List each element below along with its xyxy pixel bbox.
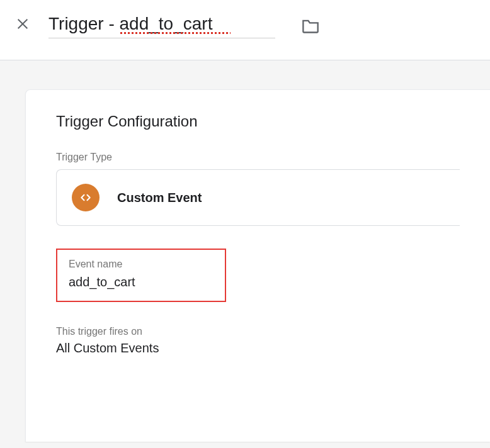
trigger-type-value: Custom Event [117,191,202,205]
event-name-box[interactable]: Event name add_to_cart [56,249,226,302]
card-title: Trigger Configuration [56,113,460,130]
custom-event-icon [72,184,100,211]
event-name-value: add_to_cart [69,275,214,289]
trigger-type-selector[interactable]: Custom Event [56,169,460,226]
trigger-config-card: Trigger Configuration Trigger Type Custo… [25,89,490,442]
trigger-name-input[interactable] [48,13,275,38]
folder-icon[interactable] [302,18,319,33]
close-icon[interactable] [16,16,30,35]
title-wrapper [48,13,275,38]
trigger-type-label: Trigger Type [56,152,460,163]
fires-on-label: This trigger fires on [56,326,460,337]
fires-on-value: All Custom Events [56,341,460,356]
header-bar [0,0,490,51]
event-name-label: Event name [69,259,214,270]
body-background: Trigger Configuration Trigger Type Custo… [0,60,490,448]
